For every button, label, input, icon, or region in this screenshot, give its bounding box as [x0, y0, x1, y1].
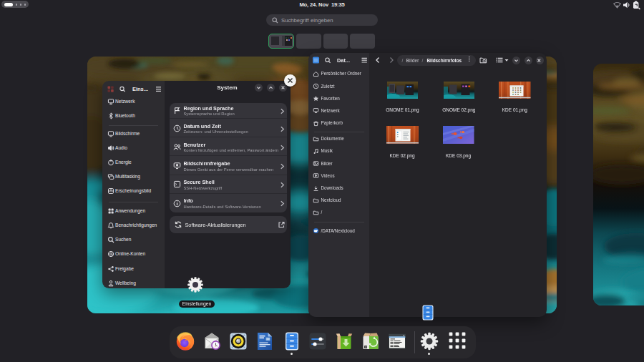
svg-text:Eins...: Eins... [132, 86, 148, 92]
svg-text:Dat...: Dat... [337, 57, 350, 64]
